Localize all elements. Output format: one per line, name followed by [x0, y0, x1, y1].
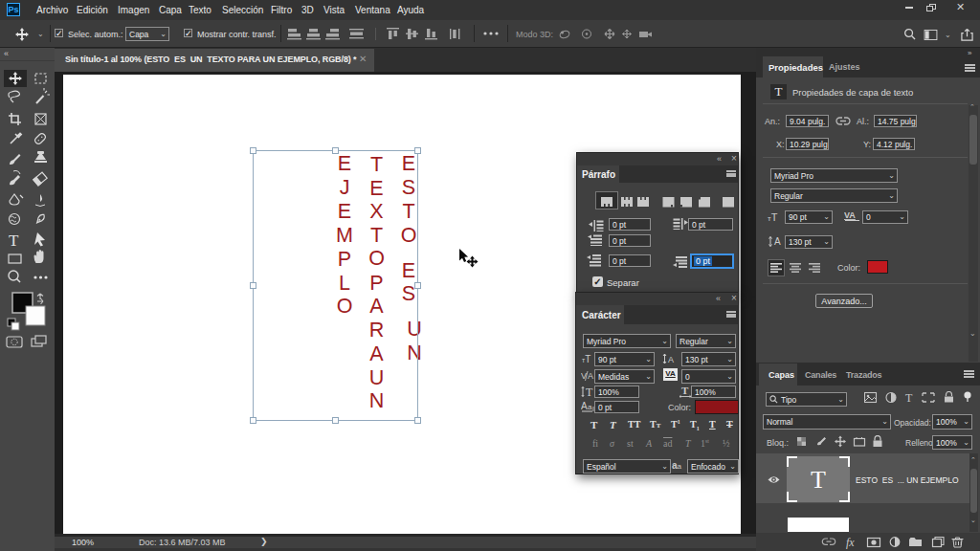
svg-text:E: E: [369, 177, 383, 200]
svg-text:T: T: [370, 224, 383, 247]
svg-text:S: S: [402, 176, 415, 199]
svg-text:U: U: [369, 366, 385, 389]
svg-text:E: E: [402, 259, 415, 282]
svg-text:S: S: [402, 282, 415, 305]
svg-text:T: T: [9, 231, 19, 250]
svg-text:A: A: [774, 236, 781, 247]
svg-text:U: U: [407, 318, 422, 341]
svg-text:A: A: [369, 295, 384, 318]
svg-text:T: T: [402, 200, 414, 223]
svg-text:E: E: [402, 152, 415, 175]
svg-text:X: X: [369, 200, 383, 223]
svg-text:N: N: [407, 342, 422, 364]
svg-text:O: O: [401, 224, 417, 247]
svg-text:A: A: [588, 371, 593, 381]
svg-text:fx: fx: [846, 536, 855, 549]
svg-text:O: O: [337, 295, 353, 318]
svg-text:VA: VA: [844, 210, 856, 220]
svg-text:T: T: [681, 386, 689, 396]
svg-text:P: P: [338, 248, 351, 271]
svg-text:«: «: [4, 49, 9, 58]
svg-text:L: L: [339, 272, 350, 295]
svg-text:T: T: [370, 153, 383, 176]
svg-text:M: M: [336, 224, 353, 247]
svg-text:E: E: [338, 152, 351, 175]
svg-text:A: A: [668, 355, 674, 364]
svg-text:O: O: [368, 247, 385, 270]
svg-text:J: J: [340, 176, 350, 199]
svg-text:T: T: [586, 386, 593, 398]
svg-text:E: E: [338, 200, 351, 223]
svg-text:P: P: [369, 272, 383, 295]
svg-text:T: T: [905, 391, 913, 404]
svg-text:N: N: [369, 389, 385, 412]
svg-text:a: a: [588, 403, 592, 411]
svg-text:A: A: [581, 401, 588, 411]
svg-text:R: R: [369, 319, 385, 342]
svg-text:T: T: [811, 466, 826, 494]
svg-text:A: A: [369, 342, 384, 365]
